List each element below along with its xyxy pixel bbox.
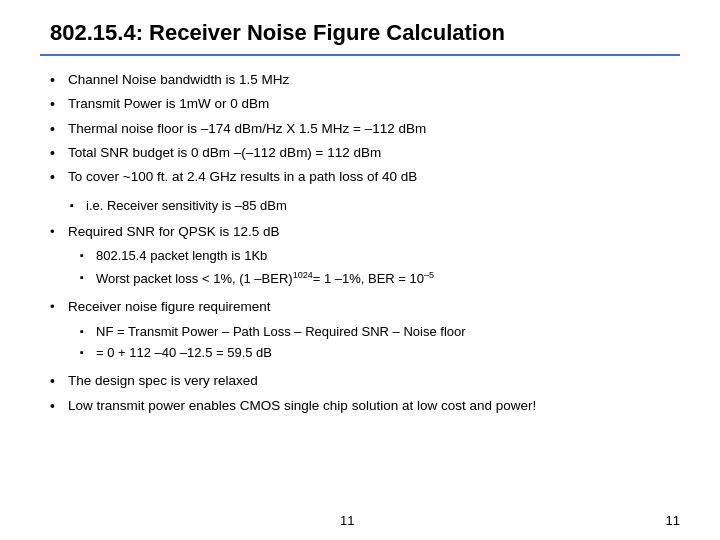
title-divider xyxy=(40,54,680,56)
slide-title: 802.15.4: Receiver Noise Figure Calculat… xyxy=(40,20,680,46)
section3-sub-list: NF = Transmit Power – Path Loss – Requir… xyxy=(50,323,680,364)
bullet-1: Channel Noise bandwidth is 1.5 MHz xyxy=(50,70,680,90)
section2-heading: Required SNR for QPSK is 12.5 dB xyxy=(50,222,680,242)
page-number-right: 11 xyxy=(666,513,680,528)
section3: Receiver noise figure requirement NF = T… xyxy=(40,297,680,363)
sub-bullet-list-1: i.e. Receiver sensitivity is –85 dBm xyxy=(40,197,680,216)
bottom-bullet-list: The design spec is very relaxed Low tran… xyxy=(40,371,680,416)
bullet-4: Total SNR budget is 0 dBm –(–112 dBm) = … xyxy=(50,143,680,163)
section3-sub2: = 0 + 112 –40 –12.5 = 59.5 dB xyxy=(80,344,680,363)
bullet-3: Thermal noise floor is –174 dBm/Hz X 1.5… xyxy=(50,119,680,139)
sub-bullet-1: i.e. Receiver sensitivity is –85 dBm xyxy=(70,197,680,216)
section2-sub-list: 802.15.4 packet length is 1Kb Worst pack… xyxy=(50,247,680,289)
bullet-2: Transmit Power is 1mW or 0 dBm xyxy=(50,94,680,114)
page-number-center: 11 xyxy=(340,513,354,528)
section2-sub1: 802.15.4 packet length is 1Kb xyxy=(80,247,680,266)
bullet-low-transmit: Low transmit power enables CMOS single c… xyxy=(50,396,680,416)
section2: Required SNR for QPSK is 12.5 dB 802.15.… xyxy=(40,222,680,289)
slide: 802.15.4: Receiver Noise Figure Calculat… xyxy=(0,0,720,540)
bullet-design-spec: The design spec is very relaxed xyxy=(50,371,680,391)
section3-sub1: NF = Transmit Power – Path Loss – Requir… xyxy=(80,323,680,342)
bullet-5: To cover ~100 ft. at 2.4 GHz results in … xyxy=(50,167,680,187)
main-bullet-list: Channel Noise bandwidth is 1.5 MHz Trans… xyxy=(40,70,680,187)
section3-heading: Receiver noise figure requirement xyxy=(50,297,680,317)
section2-sub2: Worst packet loss < 1%, (1 –BER)1024= 1 … xyxy=(80,269,680,289)
